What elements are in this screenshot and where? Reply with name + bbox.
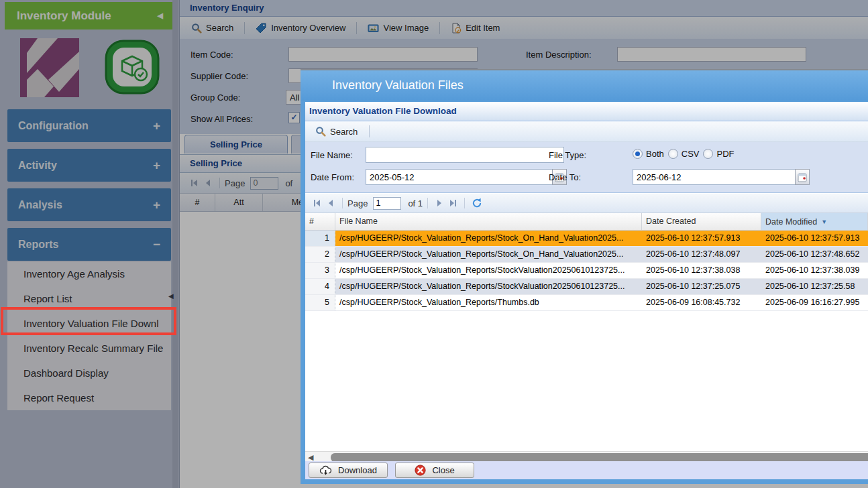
row-number: 3 <box>305 263 335 278</box>
table-row[interactable]: 2/csp/HUGEERP/Stock_Valuation_Reports/St… <box>305 247 868 263</box>
file-type-radio-group: Both CSV PDF <box>633 149 734 159</box>
next-page-icon[interactable] <box>433 198 446 208</box>
date-modified-cell: 2025-06-10 12:37:38.039 <box>761 263 868 278</box>
date-created-cell: 2025-06-10 12:37:57.913 <box>642 231 761 246</box>
table-row[interactable]: 5/csp/HUGEERP/Stock_Valuation_Reports/Th… <box>305 295 868 311</box>
modal-footer: Download Close <box>305 461 868 479</box>
cloud-download-icon <box>319 465 332 475</box>
page-label: Page <box>347 198 368 208</box>
last-page-icon[interactable] <box>446 198 459 208</box>
date-to-calendar-button[interactable] <box>795 169 810 185</box>
highlight-annotation <box>1 307 176 335</box>
modal-toolbar: Search <box>305 121 868 142</box>
calendar-icon <box>798 172 807 182</box>
date-from-label: Date From: <box>311 172 354 182</box>
file-type-label: File Type: <box>549 150 586 160</box>
modal-body: Inventory Valuation File Download Search… <box>305 102 868 479</box>
toolbar-separator <box>369 125 370 137</box>
table-row[interactable]: 3/csp/HUGEERP/Stock_Valuation_Reports/St… <box>305 263 868 279</box>
files-pager: Page of 1 <box>305 194 868 213</box>
date-modified-cell: 2025-06-10 12:37:48.652 <box>761 247 868 262</box>
date-to-label: Date To: <box>549 172 581 182</box>
search-icon <box>315 126 326 137</box>
file-name-cell: /csp/HUGEERP/Stock_Valuation_Reports/Sto… <box>335 263 642 278</box>
prev-page-icon[interactable] <box>324 198 337 208</box>
column-header-date-modified[interactable]: Date Modified ▼ <box>761 213 868 230</box>
date-created-cell: 2025-06-10 12:37:25.075 <box>642 279 761 294</box>
date-modified-cell: 2025-06-10 12:37:57.913 <box>761 231 868 246</box>
file-name-label: File Name: <box>311 150 353 160</box>
column-header-file-name[interactable]: File Name <box>335 213 642 230</box>
modal-search-button[interactable]: Search <box>311 124 362 139</box>
date-modified-cell: 2025-06-10 12:37:25.58 <box>761 279 868 294</box>
pager-separator <box>342 198 343 208</box>
column-header-date-created[interactable]: Date Created <box>642 213 761 230</box>
date-created-cell: 2025-06-10 12:37:48.097 <box>642 247 761 262</box>
row-number: 2 <box>305 247 335 262</box>
date-created-cell: 2025-06-10 12:37:38.038 <box>642 263 761 278</box>
file-name-cell: /csp/HUGEERP/Stock_Valuation_Reports/Sto… <box>335 279 642 294</box>
file-name-cell: /csp/HUGEERP/Stock_Valuation_Reports/Thu… <box>335 295 642 310</box>
date-created-cell: 2025-06-09 16:08:45.732 <box>642 295 761 310</box>
file-name-input[interactable] <box>366 147 564 163</box>
file-type-radio-csv[interactable]: CSV <box>668 149 700 159</box>
panel-title: Inventory Valuation File Download <box>305 102 868 121</box>
app-canvas: Inventory Module ◀ <box>0 0 868 488</box>
file-name-cell: /csp/HUGEERP/Stock_Valuation_Reports/Sto… <box>335 247 642 262</box>
pager-separator <box>427 198 428 208</box>
table-row[interactable]: 4/csp/HUGEERP/Stock_Valuation_Reports/St… <box>305 279 868 295</box>
page-number-input[interactable] <box>373 197 401 210</box>
date-to-input[interactable] <box>633 169 800 185</box>
files-grid-header: # File Name Date Created Date Modified ▼ <box>305 213 868 231</box>
files-grid-body: 1/csp/HUGEERP/Stock_Valuation_Reports/St… <box>305 231 868 311</box>
date-modified-cell: 2025-06-09 16:16:27.995 <box>761 295 868 310</box>
file-name-cell: /csp/HUGEERP/Stock_Valuation_Reports/Sto… <box>335 231 642 246</box>
pager-separator <box>464 198 465 208</box>
row-number: 5 <box>305 295 335 310</box>
radio-selected-icon <box>633 149 643 159</box>
modal-title: Inventory Valuation Files <box>301 70 868 101</box>
filter-form: File Name: File Type: Both CSV PDF <box>305 142 868 193</box>
of-label: of 1 <box>408 198 423 208</box>
radio-icon <box>703 149 713 159</box>
table-row[interactable]: 1/csp/HUGEERP/Stock_Valuation_Reports/St… <box>305 231 868 247</box>
file-type-radio-pdf[interactable]: PDF <box>703 149 734 159</box>
close-icon <box>415 465 426 476</box>
file-type-radio-both[interactable]: Both <box>633 149 664 159</box>
refresh-icon[interactable] <box>470 198 484 208</box>
date-from-input[interactable] <box>366 169 557 185</box>
radio-icon <box>668 149 678 159</box>
inventory-valuation-files-window: Inventory Valuation Files Inventory Valu… <box>301 69 868 484</box>
download-button[interactable]: Download <box>309 463 388 478</box>
first-page-icon[interactable] <box>311 198 324 208</box>
close-button[interactable]: Close <box>395 463 474 478</box>
row-number: 1 <box>305 231 335 246</box>
row-number: 4 <box>305 279 335 294</box>
column-header-num[interactable]: # <box>305 213 335 230</box>
sort-desc-icon: ▼ <box>821 214 827 230</box>
